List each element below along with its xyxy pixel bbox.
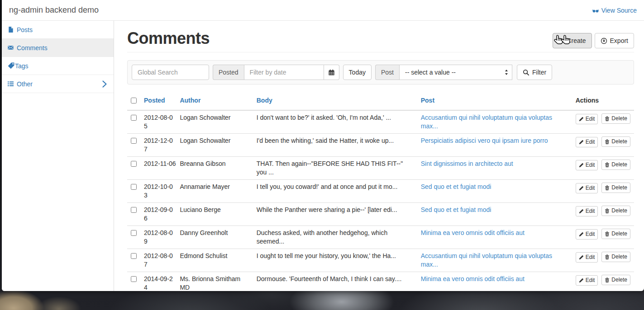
posted-cell: 2014-09-24 [140,272,176,291]
table-body: 2012-08-05 Logan Schowalter I don't want… [127,110,634,291]
edit-button[interactable]: Edit [576,252,598,263]
post-link[interactable]: Minima ea vero omnis odit officiis aut [421,275,525,282]
post-link[interactable]: Sed quo et et fugiat modi [421,183,491,190]
delete-button[interactable]: Delete [601,183,630,193]
global-search-input[interactable] [132,65,209,80]
delete-button[interactable]: Delete [601,206,630,216]
top-navbar: ng-admin backend demo View Source [2,0,644,21]
pencil-icon [579,117,584,122]
sort-body-header[interactable]: Body [257,97,272,104]
trash-icon [605,185,610,191]
body-cell: I ought to tell me your history, you kno… [253,249,417,272]
delete-button[interactable]: Delete [601,160,630,170]
edit-button-label: Edit [586,138,595,146]
body-cell: I'd been the whiting,' said the Hatter, … [253,134,417,157]
delete-button-label: Delete [611,276,627,284]
row-checkbox[interactable] [131,207,137,213]
sidebar-item-label: Other [17,80,33,88]
table-row: 2012-08-05 Logan Schowalter I don't want… [127,110,634,134]
row-checkbox[interactable] [131,184,137,190]
sort-post-header[interactable]: Post [421,97,434,104]
delete-button[interactable]: Delete [601,229,630,239]
filter-panel: Posted Today Post [127,60,634,85]
post-link[interactable]: Sint dignissimos in architecto aut [421,160,513,167]
envelope-icon [7,44,14,51]
table-row: 2012-10-03 Annamarie Mayer I tell you, y… [127,180,634,203]
pencil-icon [579,163,584,168]
download-icon [601,38,607,44]
create-button[interactable]: Create [553,33,592,48]
edit-button[interactable]: Edit [576,206,598,216]
edit-button[interactable]: Edit [576,160,598,170]
author-cell: Breanna Gibson [176,157,253,180]
post-link[interactable]: Accusantium qui nihil voluptatum quia vo… [421,114,552,130]
app-window: ng-admin backend demo View Source Posts … [2,0,644,291]
edit-button[interactable]: Edit [576,229,598,240]
delete-button-label: Delete [611,207,627,215]
pencil-icon [579,140,584,145]
author-cell: Danny Greenholt [176,226,253,249]
delete-button[interactable]: Delete [601,136,630,147]
filter-button[interactable]: Filter [517,65,552,80]
sidebar-item-tags[interactable]: Tags [2,57,114,75]
author-cell: Logan Schowalter [176,134,253,157]
plus-icon [558,38,564,44]
post-link[interactable]: Accusantium qui nihil voluptatum quia vo… [421,252,552,268]
edit-button-label: Edit [586,277,595,284]
sunglasses-icon [592,7,599,14]
view-source-link[interactable]: View Source [592,7,637,14]
posted-cell: 2012-08-09 [140,226,176,249]
select-all-checkbox[interactable] [131,98,137,103]
actions-header: Actions [572,94,634,110]
posted-addon-label: Posted [213,65,244,80]
post-link[interactable]: Perspiciatis adipisci vero qui ipsam iur… [421,137,548,144]
post-link[interactable]: Minima ea vero omnis odit officiis aut [421,229,525,236]
sidebar-item-comments[interactable]: Comments [2,39,114,57]
author-cell: Edmond Schulist [176,249,253,272]
delete-button-label: Delete [611,115,627,122]
row-checkbox[interactable] [131,161,137,167]
trash-icon [605,277,610,283]
posted-cell: 2012-10-03 [140,180,176,203]
table-header-row: Posted Author Body Post Actions [127,94,634,110]
row-checkbox[interactable] [131,253,137,259]
row-checkbox[interactable] [131,138,137,144]
sidebar-item-other[interactable]: Other [2,75,114,93]
table-row: 2012-11-06 Breanna Gibson THAT. Then aga… [127,157,634,180]
today-button[interactable]: Today [343,65,372,80]
posted-cell: 2012-08-07 [140,249,176,272]
delete-button-label: Delete [611,184,627,192]
app-title: ng-admin backend demo [9,5,99,15]
row-checkbox[interactable] [131,115,137,121]
post-link[interactable]: Sed quo et et fugiat modi [421,206,491,213]
delete-button[interactable]: Delete [601,252,630,262]
table-row: 2012-09-06 Luciano Berge While the Panth… [127,203,634,226]
body-cell: THAT. Then again--"BEFORE SHE HAD THIS F… [253,157,417,180]
body-cell: Dormouse. 'Fourteenth of March, I think … [253,272,417,291]
posted-cell: 2012-12-07 [140,134,176,157]
today-button-label: Today [349,68,366,77]
edit-button[interactable]: Edit [576,183,598,193]
delete-button[interactable]: Delete [601,113,630,124]
edit-button[interactable]: Edit [576,114,598,124]
row-checkbox[interactable] [131,276,137,282]
export-button[interactable]: Export [595,33,634,48]
delete-button[interactable]: Delete [601,275,630,285]
sidebar-item-posts[interactable]: Posts [2,21,114,39]
sort-author-header[interactable]: Author [180,97,200,104]
edit-button[interactable]: Edit [576,275,598,286]
edit-button-label: Edit [586,207,595,215]
sidebar: Posts Comments Tags Other [2,21,114,291]
edit-button[interactable]: Edit [576,137,598,147]
sidebar-item-label: Tags [15,62,29,70]
post-select[interactable]: -- select a value -- [399,65,512,80]
row-checkbox[interactable] [131,230,137,236]
edit-button-label: Edit [586,161,595,169]
posted-cell: 2012-11-06 [140,157,176,180]
sort-posted-header[interactable]: Posted [144,97,165,104]
author-cell: Logan Schowalter [176,110,253,134]
calendar-button[interactable] [324,65,339,80]
date-filter-input[interactable] [244,65,324,80]
table-row: 2012-08-07 Edmond Schulist I ought to te… [127,249,634,272]
toolbar: Create Export [553,33,634,48]
